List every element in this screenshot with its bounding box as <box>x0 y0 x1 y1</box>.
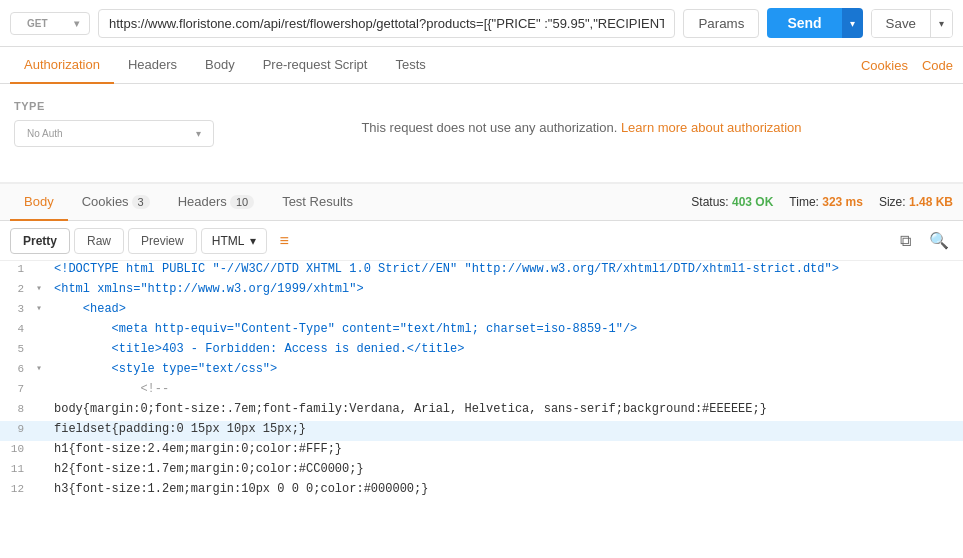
resp-tab-test-results[interactable]: Test Results <box>268 184 367 221</box>
table-row: 6▾ <style type="text/css"> <box>0 361 963 381</box>
line-content: h1{font-size:2.4em;margin:0;color:#FFF;} <box>50 442 963 456</box>
viewer-toolbar: Pretty Raw Preview HTML ▾ ≡ ⧉ 🔍 <box>0 221 963 261</box>
response-tab-bar: Body Cookies3 Headers10 Test Results Sta… <box>0 184 963 221</box>
auth-learn-more-link[interactable]: Learn more about authorization <box>621 120 802 135</box>
top-bar: GET ▾ Params Send ▾ Save ▾ <box>0 0 963 47</box>
tab-body[interactable]: Body <box>191 47 249 84</box>
line-number: 7 <box>0 382 36 395</box>
type-select[interactable]: No Auth ▾ <box>14 120 214 147</box>
resp-tab-body[interactable]: Body <box>10 184 68 221</box>
tab-right-links: Cookies Code <box>861 58 953 73</box>
method-label: GET <box>27 18 48 29</box>
table-row: 10 h1{font-size:2.4em;margin:0;color:#FF… <box>0 441 963 461</box>
send-dropdown-button[interactable]: ▾ <box>842 8 863 38</box>
line-number: 3 <box>0 302 36 315</box>
line-content: body{margin:0;font-size:.7em;font-family… <box>50 402 963 416</box>
resp-tab-cookies[interactable]: Cookies3 <box>68 184 164 221</box>
type-container: TYPE No Auth ▾ <box>14 100 214 147</box>
line-content: <head> <box>50 302 963 316</box>
line-toggle[interactable]: ▾ <box>36 282 50 294</box>
type-arrow-icon: ▾ <box>196 128 201 139</box>
line-number: 12 <box>0 482 36 495</box>
save-dropdown-button[interactable]: ▾ <box>930 10 952 37</box>
table-row: 2▾<html xmlns="http://www.w3.org/1999/xh… <box>0 281 963 301</box>
tab-authorization[interactable]: Authorization <box>10 47 114 84</box>
auth-message: This request does not use any authorizat… <box>214 100 949 155</box>
line-number: 5 <box>0 342 36 355</box>
format-label: HTML <box>212 234 245 248</box>
headers-badge: 10 <box>230 195 254 209</box>
params-button[interactable]: Params <box>683 9 759 38</box>
line-content: <style type="text/css"> <box>50 362 963 376</box>
line-number: 10 <box>0 442 36 455</box>
format-arrow-icon: ▾ <box>250 234 256 248</box>
resp-tab-headers[interactable]: Headers10 <box>164 184 268 221</box>
tab-pre-request-script[interactable]: Pre-request Script <box>249 47 382 84</box>
search-button[interactable]: 🔍 <box>925 227 953 254</box>
size-value: 1.48 KB <box>909 195 953 209</box>
cookies-badge: 3 <box>132 195 150 209</box>
status-value: 403 OK <box>732 195 773 209</box>
line-number: 6 <box>0 362 36 375</box>
auth-section: TYPE No Auth ▾ This request does not use… <box>0 84 963 184</box>
line-content: <meta http-equiv="Content-Type" content=… <box>50 322 963 336</box>
status-label: Status: 403 OK <box>691 195 773 209</box>
type-value: No Auth <box>27 128 63 139</box>
time-label: Time: 323 ms <box>789 195 863 209</box>
send-btn-group: Send ▾ <box>767 8 862 38</box>
table-row: 5 <title>403 - Forbidden: Access is deni… <box>0 341 963 361</box>
line-toggle[interactable]: ▾ <box>36 362 50 374</box>
line-number: 9 <box>0 422 36 435</box>
table-row: 4 <meta http-equiv="Content-Type" conten… <box>0 321 963 341</box>
table-row: 8 body{margin:0;font-size:.7em;font-fami… <box>0 401 963 421</box>
table-row: 7 <!-- <box>0 381 963 401</box>
code-view[interactable]: 1 <!DOCTYPE html PUBLIC "-//W3C//DTD XHT… <box>0 261 963 501</box>
table-row: 1 <!DOCTYPE html PUBLIC "-//W3C//DTD XHT… <box>0 261 963 281</box>
line-toggle[interactable]: ▾ <box>36 302 50 314</box>
size-label: Size: 1.48 KB <box>879 195 953 209</box>
table-row: 12 h3{font-size:1.2em;margin:10px 0 0 0;… <box>0 481 963 501</box>
copy-button[interactable]: ⧉ <box>896 227 915 254</box>
time-value: 323 ms <box>822 195 863 209</box>
line-content: h3{font-size:1.2em;margin:10px 0 0 0;col… <box>50 482 963 496</box>
url-input[interactable] <box>98 9 675 38</box>
line-number: 11 <box>0 462 36 475</box>
auth-message-text: This request does not use any authorizat… <box>361 120 617 135</box>
line-content: h2{font-size:1.7em;margin:0;color:#CC000… <box>50 462 963 476</box>
response-status-bar: Status: 403 OK Time: 323 ms Size: 1.48 K… <box>691 195 953 209</box>
line-content: fieldset{padding:0 15px 10px 15px;} <box>50 422 963 436</box>
save-btn-group: Save ▾ <box>871 9 953 38</box>
tab-tests[interactable]: Tests <box>381 47 439 84</box>
line-content: <title>403 - Forbidden: Access is denied… <box>50 342 963 356</box>
cookies-link[interactable]: Cookies <box>861 58 908 73</box>
code-link[interactable]: Code <box>922 58 953 73</box>
line-content: <!DOCTYPE html PUBLIC "-//W3C//DTD XHTML… <box>50 262 963 276</box>
line-number: 8 <box>0 402 36 415</box>
line-content: <html xmlns="http://www.w3.org/1999/xhtm… <box>50 282 963 296</box>
table-row: 11 h2{font-size:1.7em;margin:0;color:#CC… <box>0 461 963 481</box>
tab-headers[interactable]: Headers <box>114 47 191 84</box>
table-row: 9 fieldset{padding:0 15px 10px 15px;} <box>0 421 963 441</box>
method-select[interactable]: GET ▾ <box>10 12 90 35</box>
save-button[interactable]: Save <box>872 10 930 37</box>
preview-button[interactable]: Preview <box>128 228 197 254</box>
line-number: 4 <box>0 322 36 335</box>
pretty-button[interactable]: Pretty <box>10 228 70 254</box>
type-label: TYPE <box>14 100 214 112</box>
method-arrow-icon: ▾ <box>74 18 79 29</box>
table-row: 3▾ <head> <box>0 301 963 321</box>
wrap-icon[interactable]: ≡ <box>279 232 288 250</box>
format-select[interactable]: HTML ▾ <box>201 228 268 254</box>
request-tab-bar: Authorization Headers Body Pre-request S… <box>0 47 963 84</box>
raw-button[interactable]: Raw <box>74 228 124 254</box>
toolbar-right: ⧉ 🔍 <box>896 227 953 254</box>
line-number: 1 <box>0 262 36 275</box>
line-content: <!-- <box>50 382 963 396</box>
send-button[interactable]: Send <box>767 8 841 38</box>
line-number: 2 <box>0 282 36 295</box>
